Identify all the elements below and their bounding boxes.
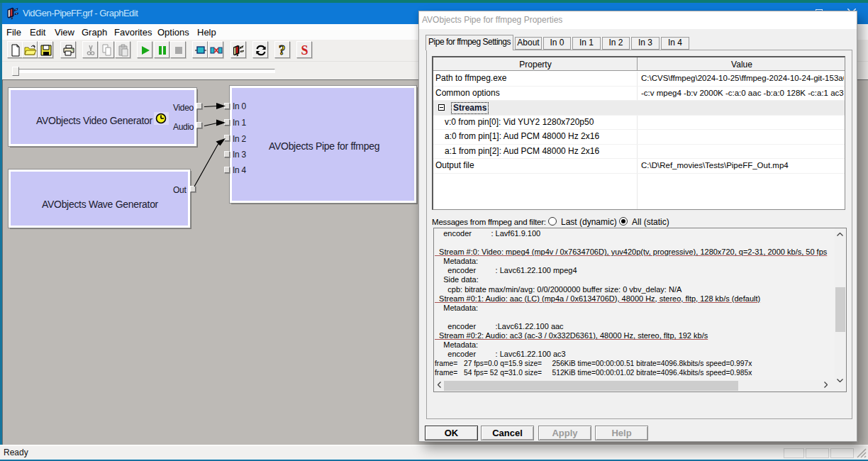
svg-text:?: ?: [279, 44, 286, 57]
svg-text:S: S: [301, 44, 308, 57]
